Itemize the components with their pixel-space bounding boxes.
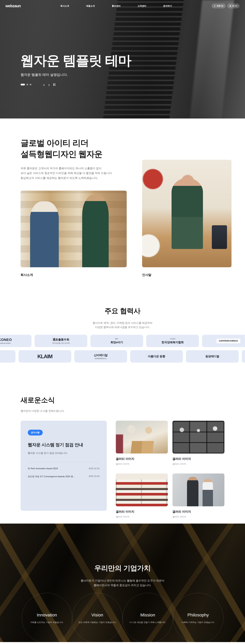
partner-row-1: KONEO medical solution 通友會통우회 육군정보통신장교 동… [0,335,245,347]
values-subtitle-line1: 웹사이트가 기업이나 개인의 비즈니스 활동에 필수적인 도구가 되면서 [0,578,245,583]
partner-name: 동방메디컬 [205,354,219,358]
company-intro-caption[interactable]: 회사소개 [20,273,33,277]
news-subtitle: 웹자운의 다양한 소식을 전해드립니다. [20,409,225,413]
value-title: Innovation [37,612,57,618]
values-subtitle: 웹사이트가 기업이나 개인의 비즈니스 활동에 필수적인 도구가 되면서 웹에이… [0,578,245,588]
value-desc: 모든 이에게 사랑받는 기업이 되겠습니다. [78,621,116,624]
partner-logo: KONEO medical solution [0,335,31,347]
carousel-dot-2[interactable] [26,84,28,86]
partner-logo: 한국장례복지협회 사단법인 [146,335,199,347]
person-plus-icon [214,5,216,7]
partners-subtitle-line1: 웹사이트 제작, 관리, 마케팅 등의 서비스를 제공하며 [0,321,245,325]
nav-item-products[interactable]: 제품소개 [86,4,95,8]
gallery-card[interactable]: 갤러리 이미지 갤러리 이미지 [116,474,168,518]
header: webzaun 회사소개 제품소개 홍보센터 고객센터 문의하기 회원가입 로그… [0,0,245,12]
company-intro-image[interactable] [20,190,127,267]
values-section: 우리만의 기업가치 웹사이트가 기업이나 개인의 비즈니스 활동에 필수적인 도… [0,524,245,642]
notice-title[interactable]: 웹자운 시스템 정기 점검 안내 [28,442,100,448]
partner-sub: medical solution [0,342,11,344]
notice-list-item[interactable]: 강민정 대표 ICT Convergence Awards 2024 명… 20… [28,475,100,478]
nav-item-customer-center[interactable]: 고객센터 [137,4,146,8]
carousel-controls: ‹ › [20,82,131,87]
login-label: 로그인 [232,5,237,7]
partner-name: 신비메디칼 [94,353,108,357]
partner-logo: KISA 한국인터넷진흥원 [242,350,245,362]
nav-item-company[interactable]: 회사소개 [60,4,69,8]
greeting-image[interactable] [142,160,232,267]
value-title: Philosophy [187,612,209,618]
gallery-image[interactable] [173,421,225,454]
gallery-item-desc: 갤러리 이미지 [173,462,225,466]
portfolio-section: Portfolio 분야별로 최상의 팀 맞춤 광고와 기술을 만듭니다. ‹ … [0,642,245,644]
carousel-dot-3[interactable] [30,84,31,86]
partner-name: 희망e야기 [110,340,123,344]
site-logo[interactable]: webzaun [5,4,21,8]
news-section: 새로운소식 웹자운의 다양한 소식을 전해드립니다. 공지사항 웹자운 시스템 … [0,374,245,524]
notice-list-item[interactable]: Si-Tech Innovation Award 2024 2025.02.04 [28,467,100,470]
partner-logo: 희망e야기 웹진 [90,335,143,347]
gallery-image[interactable] [116,421,168,454]
notice-description: 웹자운 시스템 정기 점검 안내입니다. [28,452,100,455]
partners-subtitle: 웹사이트 제작, 관리, 마케팅 등의 서비스를 제공하며 다양한 협력사와 파… [0,321,245,329]
value-title: Vision [91,612,103,618]
carousel-prev-icon[interactable]: ‹ [43,82,45,87]
signup-button[interactable]: 회원가입 [212,4,226,8]
gallery-item-desc: 갤러리 이미지 [116,515,168,518]
lock-icon [230,5,231,7]
value-desc: 더 나은 세상을 만들기 위해 노력합니다. [130,621,166,624]
about-section: 글로벌 아이티 리더 설득형웹디자인 웹자운 저희 웹자운은 고객사의 저가의 … [0,118,245,294]
notice-card: 공지사항 웹자운 시스템 정기 점검 안내 웹자운 시스템 정기 점검 안내입니… [20,421,107,511]
nav-item-contact[interactable]: 문의하기 [163,4,172,8]
partner-name: 한국장례복지협회 [162,340,184,344]
gallery-item-title: 갤러리 이미지 [173,510,225,514]
login-button[interactable]: 로그인 [227,4,240,8]
gallery-card[interactable]: 갤러리 이미지 갤러리 이미지 [173,421,225,466]
value-circles: Innovation 미래를 선도하는 기업이 되겠습니다. Vision 모든… [0,593,245,642]
greeting-caption[interactable]: 인사말 [142,273,151,277]
partner-sub: 웹진 [115,338,118,340]
gallery-card[interactable]: 갤러리 이미지 갤러리 이미지 [116,421,168,466]
partner-logo: CAVITRON KOREA® [202,335,245,347]
carousel-next-icon[interactable]: › [48,82,50,87]
nav-item-pr-center[interactable]: 홍보센터 [112,4,121,8]
partner-logo: KLAIM [18,350,71,362]
carousel-pause-icon[interactable] [53,83,55,86]
hero-subtitle: 웹자운 템플릿 테마 설명입니다. [20,72,131,77]
about-desc-line1: 저희 웹자운은 고객사의 저가의 홈페이지라도 하나의 소홀함이 없이 [20,166,113,171]
partner-name: CAVITRON KOREA® [217,338,240,343]
gallery-card[interactable]: 갤러리 이미지 갤러리 이미지 [173,474,225,518]
partner-logo: 通友會통우회 육군정보통신장교 동우회 [35,335,87,347]
partner-logo: 아름다운 동행 [130,350,183,362]
partner-logo: 동방메디컬 [186,350,239,362]
notice-item-date: 2025.02.04 [89,475,100,478]
values-content: 우리만의 기업가치 웹사이트가 기업이나 개인의 비즈니스 활동에 필수적인 도… [0,524,245,642]
partner-sub: 육군정보통신장교 동우회 [52,342,70,344]
value-desc: 미래를 선도하는 기업이 되겠습니다. [30,621,63,624]
carousel-dot-1[interactable] [20,84,25,86]
notice-item-date: 2025.02.04 [89,467,100,470]
gallery-item-desc: 갤러리 이미지 [173,515,225,518]
hero-title: 웹자운 템플릿 테마 [20,52,131,69]
partner-row-2: 특화센터 KLAIM 신비메디칼 SHINBIMEDICAL 아름다운 동행 동… [0,350,245,362]
gallery-grid: 갤러리 이미지 갤러리 이미지 갤러리 이미지 갤러리 이미지 갤러리 이미지 … [116,421,225,520]
gallery-image[interactable] [116,474,168,506]
hero-section: webzaun 회사소개 제품소개 홍보센터 고객센터 문의하기 회원가입 로그… [0,0,245,118]
value-circle-philosophy: Philosophy 사회에 기여하는 기업이 되겠습니다. [173,593,223,642]
about-title: 글로벌 아이티 리더 설득형웹디자인 웹자운 [20,138,102,160]
news-grid: 공지사항 웹자운 시스템 정기 점검 안내 웹자운 시스템 정기 점검 안내입니… [20,421,225,520]
gallery-item-title: 갤러리 이미지 [173,457,225,461]
news-title: 새로운소식 [20,396,225,405]
carousel-dots [20,84,31,86]
value-circle-vision: Vision 모든 이에게 사랑받는 기업이 되겠습니다. [72,593,123,642]
notice-item-title: 강민정 대표 ICT Convergence Awards 2024 명… [28,475,75,478]
values-title: 우리만의 기업가치 [0,564,245,573]
partners-section: 주요 협력사 웹사이트 제작, 관리, 마케팅 등의 서비스를 제공하며 다양한… [0,294,245,374]
auth-buttons: 회원가입 로그인 [212,4,240,8]
partner-sub: 사단법인 [170,338,176,340]
partner-logo: 신비메디칼 SHINBIMEDICAL [74,350,127,362]
gallery-image[interactable] [173,474,225,506]
main-nav: 회사소개 제품소개 홍보센터 고객센터 문의하기 [21,4,212,8]
gallery-item-title: 갤러리 이미지 [116,457,168,461]
notice-item-title: Si-Tech Innovation Award 2024 [28,467,58,470]
partner-name: KONEO [0,338,12,342]
